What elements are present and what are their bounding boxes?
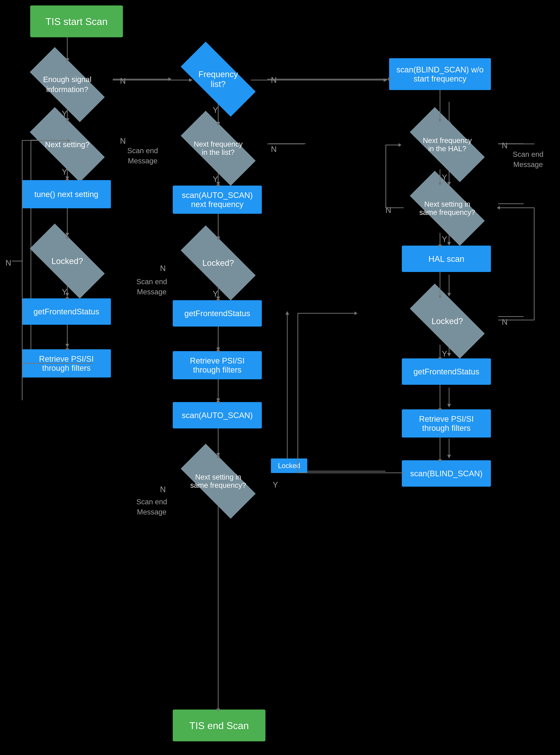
frequency-list-diamond: Frequency list? xyxy=(169,55,267,104)
arrow-locked2-y-to-getfe2 xyxy=(216,299,220,302)
arrow-nextsettingsame-y-to-halscan xyxy=(438,245,442,248)
connector-freqlist-n-to-blind xyxy=(267,79,391,79)
connector-halscan-to-locked3 xyxy=(440,272,440,297)
connector-nextsamesetting-y-to-tisend xyxy=(218,506,219,711)
arrow-retrieve2-to-scanauto xyxy=(216,401,220,404)
next-freq-list-diamond: Next frequency in the list? xyxy=(169,124,267,173)
connector-getfe1-to-retrieve1 xyxy=(67,325,68,350)
arrow-tune-to-locked1 xyxy=(65,236,69,239)
connector-nextfreqlist-n-right xyxy=(267,143,304,144)
connector-nextsetting-n-left xyxy=(385,207,404,208)
svg-marker-45 xyxy=(447,353,451,356)
tis-end-scan: TIS end Scan xyxy=(173,710,265,741)
connector-right-to-tisend xyxy=(491,724,492,725)
n-label-next-freq-list: N xyxy=(271,144,277,154)
arrow-locked3-y-to-getfe3 xyxy=(438,357,442,361)
connector-retrieve1-loop-right xyxy=(22,140,69,141)
connector-tis-to-enough xyxy=(67,37,68,61)
connector-getfe3-to-retrieve3 xyxy=(440,385,440,410)
next-freq-hal-diamond: Next frequency in the HAL? xyxy=(398,120,496,169)
scan-end-msg-2: Scan end Message xyxy=(136,276,167,297)
connector-locked3-n-right xyxy=(498,320,535,321)
y-label-locked3: Y xyxy=(442,349,447,359)
connector-locked3-y-to-getfe3 xyxy=(440,345,440,359)
next-setting-same-freq-diamond: Next setting in same frequency? xyxy=(398,184,496,233)
scan-blind-2: scan(BLIND_SCAN) xyxy=(402,460,491,487)
connector-blindscan2-left xyxy=(298,472,404,473)
arrow-nextsamesetting-y-to-tisend xyxy=(216,709,220,712)
y-label-locked2: Y xyxy=(213,289,218,298)
n-label-freq-list: N xyxy=(271,76,277,84)
connector-nextfreqlist-y-to-scanauto xyxy=(218,173,219,187)
connector-nextfreqhal-y-to-nextsettingsame xyxy=(440,169,440,185)
n-label-locked2: N xyxy=(160,264,166,273)
n-label-next-setting: N xyxy=(120,136,126,146)
connector-blindscan2-right xyxy=(297,313,356,314)
connector-retrieve3-to-blindscan2 xyxy=(440,438,440,461)
connector-getfe2-to-retrieve2 xyxy=(218,327,219,352)
arrow-locked3-n-to-nextsetting xyxy=(497,206,500,210)
arrow-retrieve1-loop xyxy=(67,139,71,142)
enough-signal-diamond: Enough signal information? xyxy=(18,60,116,109)
y-label-locked1: Y xyxy=(62,287,67,296)
arrow-nextsetting-n-loop xyxy=(399,143,401,147)
connector-locked1-n xyxy=(12,261,23,262)
arrow-nextfreqhal-y-to-nextsettingsame xyxy=(438,183,442,186)
n-label-enough-signal: N xyxy=(120,76,126,85)
svg-marker-49 xyxy=(447,455,451,459)
arrow-locked1-y-to-getfe1 xyxy=(65,297,69,301)
arrow-enough-to-nextsetting xyxy=(65,119,69,122)
connector-scanauto-to-nextsamesetting xyxy=(218,428,219,458)
connector-retrieve1-loop-bottom xyxy=(22,363,93,364)
svg-marker-52 xyxy=(285,311,289,315)
arrow-getfe3-to-retrieve3 xyxy=(438,408,442,411)
get-frontend-status-3: getFrontendStatus xyxy=(402,359,491,385)
locked-diamond-3: Locked? xyxy=(398,296,496,346)
locked-diamond-2: Locked? xyxy=(169,238,267,287)
y-label-next-setting-same2: Y xyxy=(273,480,278,489)
arrow-getfe2-to-retrieve2 xyxy=(216,350,220,353)
arrow-freqlist-n-to-blind xyxy=(388,77,391,81)
svg-marker-47 xyxy=(447,404,451,408)
arrow-tis-to-enough xyxy=(65,59,69,62)
connector-scanauto-to-locked2 xyxy=(218,214,219,239)
scan-auto: scan(AUTO_SCAN) xyxy=(173,402,262,428)
svg-marker-43 xyxy=(447,293,451,296)
arrow-freqlist-y-to-nextfreqlist xyxy=(216,123,220,126)
retrieve-psi-si-3: Retrieve PSI/SI through filters xyxy=(402,409,491,438)
arrow-blind-to-nextfreqhal xyxy=(438,119,442,122)
scan-auto-next-freq: scan(AUTO_SCAN) next frequency xyxy=(173,186,262,214)
connector-locked2-y-to-getfe2 xyxy=(218,287,219,301)
svg-marker-41 xyxy=(447,242,451,246)
scan-end-msg-3: Scan end Message xyxy=(136,497,167,517)
connector-retrieve1-loop-up xyxy=(22,140,23,400)
connector-locked1-y-to-getfe1 xyxy=(67,285,68,299)
n-label-next-setting-same: N xyxy=(385,206,391,215)
arrow-halscan-to-locked3 xyxy=(438,296,442,298)
locked-badge: Locked xyxy=(271,459,307,473)
next-setting-diamond: Next setting? xyxy=(18,120,116,169)
connector-freqlist-y-to-nextfreqlist xyxy=(218,104,219,124)
y-label-freq-list: Y xyxy=(213,105,218,115)
get-frontend-status-2: getFrontendStatus xyxy=(173,300,262,327)
tune-next-setting: tune() next setting xyxy=(22,180,111,208)
y-label-next-setting: Y xyxy=(62,167,67,176)
arrow-scanauto-to-locked2 xyxy=(216,237,220,240)
next-setting-same-freq-2-diamond: Next setting in same frequency? xyxy=(169,457,267,506)
get-frontend-status-1: getFrontendStatus xyxy=(22,298,111,325)
locked-diamond-1: Locked? xyxy=(18,236,116,286)
n-label-next-freq-hal: N xyxy=(502,141,508,150)
connector-retrieve2-to-scanauto xyxy=(218,379,219,403)
tis-start-scan: TIS start Scan xyxy=(30,5,123,37)
connector-nextsetting-n-up xyxy=(385,144,386,208)
retrieve-psi-si-2: Retrieve PSI/SI through filters xyxy=(173,351,262,379)
arrow-nextsetting-y-to-tune xyxy=(65,179,69,182)
connector-blind-to-nextfreqhal xyxy=(440,90,440,121)
arrow-scanauto-to-nextsamesetting xyxy=(216,456,220,459)
n-label-locked1: N xyxy=(5,258,11,267)
arrow-nextfreqlist-y-to-scanauto xyxy=(216,185,220,188)
scan-blind-no-start: scan(BLIND_SCAN) w/o start frequency xyxy=(389,58,491,90)
connector-locked3-n-up xyxy=(534,207,535,320)
n-label-locked3: N xyxy=(502,317,508,327)
connector-blindscan2-up xyxy=(297,313,298,473)
